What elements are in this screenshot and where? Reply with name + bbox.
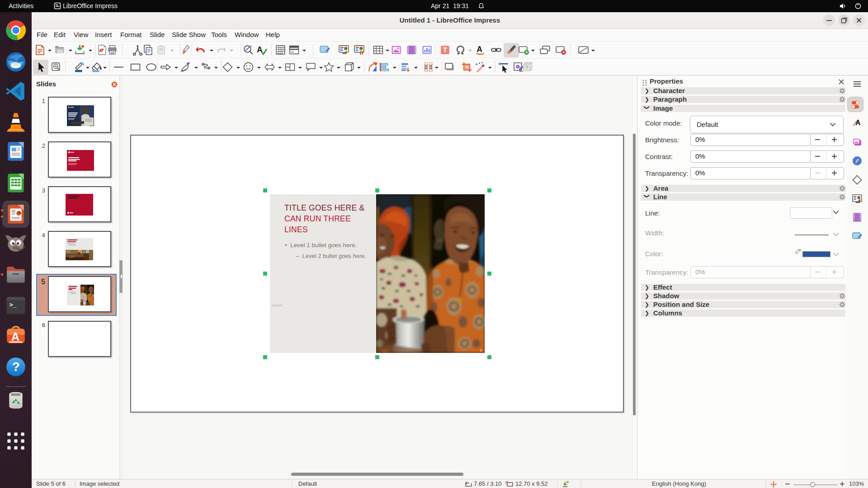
svg-text:?: ? <box>12 360 20 374</box>
svg-text:A: A <box>476 45 482 54</box>
svg-text:>_: >_ <box>9 302 17 309</box>
svg-text:A: A <box>11 330 19 343</box>
